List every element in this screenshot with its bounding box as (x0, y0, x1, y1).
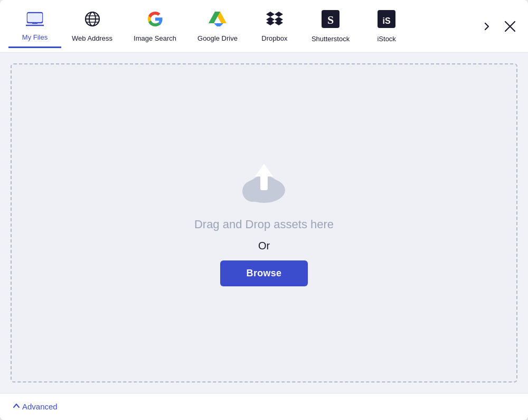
drag-drop-text: Drag and Drop assets here (194, 218, 334, 231)
drop-zone[interactable]: Drag and Drop assets here Or Browse (11, 63, 517, 382)
dropbox-icon (266, 11, 283, 31)
tab-bar: My Files Web Address (0, 0, 528, 53)
advanced-link[interactable]: Advanced (13, 402, 58, 411)
browse-button[interactable]: Browse (220, 260, 308, 286)
tab-dropbox[interactable]: Dropbox (248, 3, 301, 49)
svg-marker-21 (255, 164, 273, 176)
or-text: Or (258, 240, 270, 252)
tab-istock-label: iStock (377, 35, 395, 43)
upload-modal: My Files Web Address (0, 0, 528, 420)
tab-dropbox-label: Dropbox (261, 34, 287, 42)
tab-image-search[interactable]: Image Search (123, 3, 187, 49)
svg-text:iS: iS (383, 16, 391, 25)
drive-icon (209, 11, 227, 31)
footer: Advanced (0, 393, 528, 420)
upload-cloud-icon (235, 160, 293, 209)
tab-google-drive-label: Google Drive (197, 34, 238, 42)
svg-text:S: S (327, 13, 334, 26)
svg-rect-20 (260, 175, 268, 190)
tab-image-search-label: Image Search (134, 34, 176, 42)
advanced-label: Advanced (22, 402, 58, 411)
tab-shutterstock[interactable]: S Shutterstock (301, 3, 360, 50)
chevron-up-icon (13, 402, 20, 411)
main-content: Drag and Drop assets here Or Browse (0, 53, 528, 393)
tab-google-drive[interactable]: Google Drive (187, 3, 248, 49)
tab-istock[interactable]: iS iStock (360, 3, 413, 50)
svg-rect-1 (27, 13, 42, 22)
istock-icon: iS (378, 10, 395, 32)
tab-shutterstock-label: Shutterstock (312, 35, 350, 43)
tab-my-files[interactable]: My Files (8, 4, 61, 48)
tab-more-button[interactable] (477, 17, 496, 36)
shutterstock-icon: S (322, 10, 340, 32)
globe-icon (84, 11, 101, 31)
laptop-icon (26, 12, 44, 30)
tab-web-address-label: Web Address (72, 34, 112, 42)
tab-web-address[interactable]: Web Address (61, 3, 123, 49)
tab-my-files-label: My Files (22, 33, 48, 41)
close-button[interactable] (501, 17, 520, 36)
svg-marker-11 (209, 23, 223, 26)
tab-list: My Files Web Address (8, 3, 475, 50)
google-icon (147, 11, 164, 31)
